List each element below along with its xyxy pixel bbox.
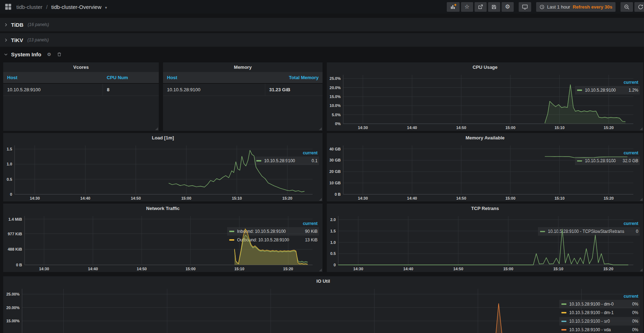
save-button[interactable]: [488, 2, 500, 12]
svg-text:5.0%: 5.0%: [332, 113, 341, 117]
svg-text:14:30: 14:30: [39, 267, 49, 271]
svg-text:15.0%: 15.0%: [330, 94, 341, 99]
resize-handle[interactable]: [319, 268, 322, 271]
panel-title[interactable]: Memory: [163, 62, 323, 72]
memory-available-chart[interactable]: 14:3014:4014:5015:0015:1015:200 B10 GB20…: [327, 143, 574, 201]
network-traffic-chart[interactable]: 14:3014:4014:5015:0015:1015:200 B488 KiB…: [3, 213, 226, 272]
svg-text:14:50: 14:50: [131, 196, 141, 200]
svg-text:15:20: 15:20: [604, 125, 614, 130]
star-button[interactable]: ☆: [461, 2, 473, 12]
grafana-dashboard: tidb-cluster / tidb-cluster-Overview ▾ ☆…: [0, 0, 644, 333]
row-panel-count: (16 panels): [28, 22, 49, 27]
row-tikv[interactable]: TiKV (13 panels): [0, 33, 644, 47]
cpu-usage-chart[interactable]: 14:3014:4014:5015:0015:1015:200%5.0%10.0…: [327, 72, 574, 131]
time-range-picker[interactable]: Last 1 hour Refresh every 30s: [536, 2, 616, 12]
chevron-right-icon: [4, 22, 8, 27]
panel-io-util: IO Util 14:3014:4014:5015:0015:1015:200%…: [3, 276, 643, 333]
panel-title[interactable]: Network Traffic: [3, 204, 323, 213]
row-delete-button[interactable]: [57, 52, 62, 57]
panel-title[interactable]: TCP Retrans: [327, 204, 643, 213]
panel-network-traffic: Network Traffic 14:3014:4014:5015:0015:1…: [3, 204, 323, 272]
breadcrumb-dashboard-title[interactable]: tidb-cluster-Overview: [51, 4, 101, 10]
svg-text:14:50: 14:50: [137, 267, 147, 271]
panel-title[interactable]: Memory Available: [327, 133, 643, 143]
panel-title[interactable]: Vcores: [3, 62, 159, 72]
row-settings-button[interactable]: ⚙: [47, 52, 51, 57]
load-chart[interactable]: 14:3014:4014:5015:0015:1015:2000.51.01.5: [3, 143, 253, 201]
svg-text:15.00%: 15.00%: [6, 319, 20, 323]
total-memory-cell: 31.23 GiB: [265, 83, 323, 96]
svg-text:14:40: 14:40: [403, 267, 413, 271]
io-util-chart[interactable]: 14:3014:4014:5015:0015:1015:200%5.00%10.…: [3, 286, 558, 333]
zoom-out-button[interactable]: [621, 2, 633, 12]
svg-text:14:50: 14:50: [453, 267, 463, 271]
svg-text:0%: 0%: [335, 122, 341, 126]
memory-table: Host Total Memory 10.10.5.28:9100 31.23 …: [163, 72, 323, 96]
trash-icon: [57, 52, 62, 57]
row-tidb[interactable]: TiDB (16 panels): [0, 18, 644, 31]
chevron-down-icon: [4, 52, 8, 57]
row-system-info[interactable]: System Info ⚙: [0, 48, 644, 60]
svg-text:1.5: 1.5: [7, 147, 12, 151]
svg-text:14:40: 14:40: [407, 196, 417, 200]
panel-title[interactable]: IO Util: [3, 276, 643, 286]
host-cell: 10.10.5.28:9100: [163, 83, 265, 96]
svg-text:0: 0: [334, 263, 336, 267]
svg-text:1.0: 1.0: [7, 162, 12, 166]
svg-text:2.0: 2.0: [330, 217, 336, 222]
cpu-num-cell: 8: [103, 83, 159, 96]
panel-memory: Memory Host Total Memory 10.10.5.28:9100…: [163, 62, 323, 131]
clock-icon: [539, 4, 545, 10]
svg-text:20.0%: 20.0%: [330, 86, 341, 90]
svg-text:10 GB: 10 GB: [329, 181, 341, 185]
row-title-tikv[interactable]: TiKV: [11, 37, 23, 43]
zoom-out-icon: [624, 4, 630, 10]
svg-text:0.5: 0.5: [7, 177, 12, 181]
add-panel-button[interactable]: [447, 2, 460, 12]
svg-text:14:50: 14:50: [456, 125, 466, 130]
dashboards-grid-icon[interactable]: [4, 2, 13, 11]
breadcrumb-folder[interactable]: tidb-cluster: [16, 4, 42, 10]
svg-text:40 GB: 40 GB: [329, 147, 341, 151]
resize-handle[interactable]: [640, 198, 643, 201]
panel-memory-available: Memory Available 14:3014:4014:5015:0015:…: [327, 133, 643, 201]
svg-text:15:00: 15:00: [503, 267, 513, 271]
svg-text:15:20: 15:20: [283, 267, 293, 271]
caret-down-icon[interactable]: ▾: [105, 5, 107, 10]
panel-load-1m: Load [1m] 14:3014:4014:5015:0015:1015:20…: [3, 133, 323, 201]
column-header-cpu-num[interactable]: CPU Num: [103, 72, 159, 83]
settings-button[interactable]: ⚙: [502, 2, 514, 12]
row-title-system-info[interactable]: System Info: [11, 51, 41, 57]
refresh-button[interactable]: [634, 2, 644, 12]
svg-text:15:10: 15:10: [555, 125, 565, 130]
svg-text:0 B: 0 B: [16, 263, 22, 267]
row-title-tidb[interactable]: TiDB: [11, 22, 23, 28]
svg-text:15:00: 15:00: [506, 196, 515, 200]
share-button[interactable]: [475, 2, 487, 12]
resize-handle[interactable]: [155, 127, 158, 130]
chevron-right-icon: [4, 38, 8, 42]
time-range-label: Last 1 hour: [547, 4, 570, 10]
breadcrumb-separator: /: [46, 4, 48, 10]
svg-text:15:00: 15:00: [181, 196, 191, 200]
resize-handle[interactable]: [640, 268, 643, 271]
panel-title[interactable]: CPU Usage: [327, 62, 643, 72]
table-row: 10.10.5.28:9100 8: [3, 83, 159, 96]
svg-text:15:10: 15:10: [232, 196, 242, 200]
svg-text:14:30: 14:30: [30, 196, 40, 200]
host-cell: 10.10.5.28:9100: [3, 83, 103, 96]
resize-handle[interactable]: [319, 198, 322, 201]
column-header-total-memory[interactable]: Total Memory: [265, 72, 323, 83]
svg-text:25.00%: 25.00%: [6, 292, 20, 296]
cycle-view-mode-button[interactable]: [519, 2, 531, 12]
resize-handle[interactable]: [640, 127, 643, 130]
svg-text:20.00%: 20.00%: [6, 306, 20, 310]
column-header-host[interactable]: Host: [3, 72, 103, 83]
svg-text:14:30: 14:30: [358, 196, 368, 200]
panel-title[interactable]: Load [1m]: [3, 133, 323, 143]
svg-text:14:30: 14:30: [358, 125, 368, 130]
column-header-host[interactable]: Host: [163, 72, 265, 83]
resize-handle[interactable]: [319, 127, 322, 130]
svg-text:1.0: 1.0: [330, 240, 336, 245]
tcp-retrans-chart[interactable]: 14:3014:4014:5015:0015:1015:2000.51.01.5…: [327, 213, 536, 272]
